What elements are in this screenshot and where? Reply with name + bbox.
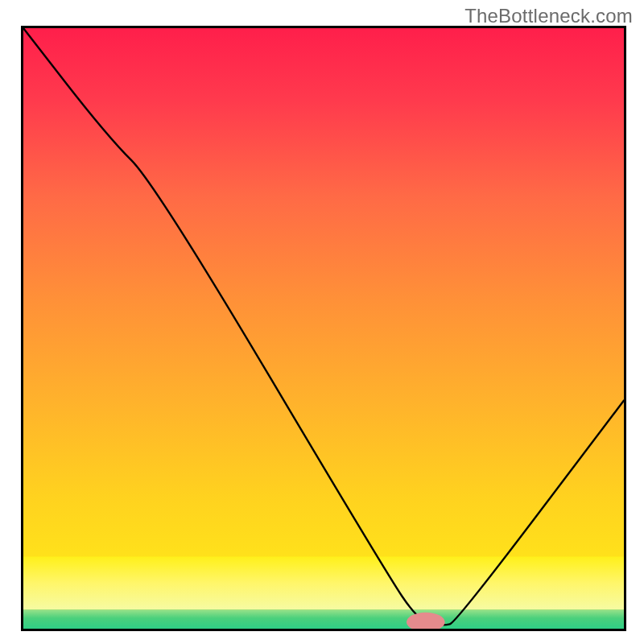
yellow-band — [23, 556, 624, 609]
optimal-marker — [407, 613, 445, 631]
watermark-text: TheBottleneck.com — [464, 5, 633, 27]
chart-background — [23, 28, 624, 629]
chart-svg — [21, 26, 626, 631]
green-band — [23, 609, 624, 629]
chart-area — [21, 26, 626, 631]
